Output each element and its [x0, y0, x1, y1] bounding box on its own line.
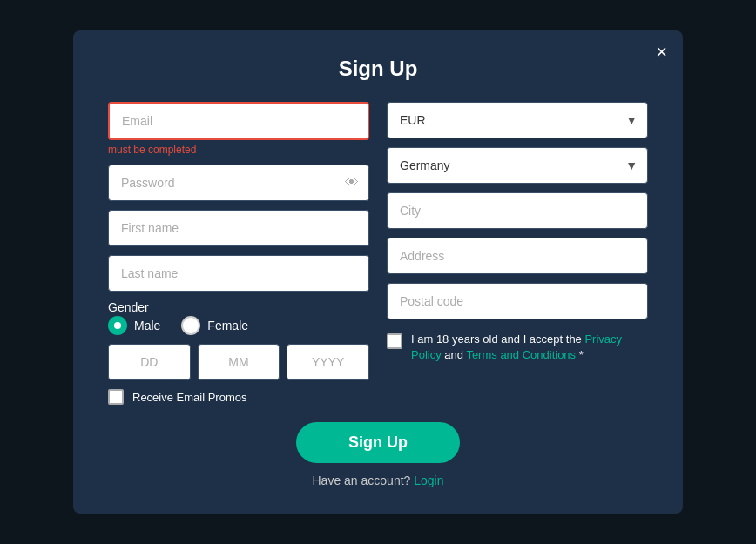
- eye-icon[interactable]: 👁: [345, 175, 359, 191]
- accept-checkbox[interactable]: [387, 333, 402, 349]
- currency-select[interactable]: EUR USD GBP: [387, 102, 648, 138]
- col-right: EUR USD GBP ▼ Germany Austria Switzerlan…: [387, 102, 648, 405]
- signup-modal: Sign Up × must be completed 👁 Gender: [73, 30, 683, 514]
- city-input[interactable]: [387, 192, 648, 229]
- dob-yyyy-input[interactable]: [287, 344, 369, 380]
- accept-text: I am 18 years old and I accept the Priva…: [411, 332, 648, 363]
- country-select[interactable]: Germany Austria Switzerland: [387, 147, 648, 184]
- have-account-text: Have an account?: [312, 473, 410, 487]
- col-left: must be completed 👁 Gender Male: [108, 102, 369, 405]
- gender-label: Gender: [108, 300, 369, 314]
- email-promo-checkbox[interactable]: [108, 389, 124, 405]
- radio-male[interactable]: [108, 316, 127, 335]
- close-button[interactable]: ×: [656, 43, 667, 62]
- currency-select-wrapper: EUR USD GBP ▼: [387, 102, 648, 138]
- address-input[interactable]: [387, 238, 648, 274]
- modal-overlay: Sign Up × must be completed 👁 Gender: [0, 0, 756, 544]
- dob-mm-input[interactable]: [198, 344, 280, 380]
- accept-row: I am 18 years old and I accept the Priva…: [387, 332, 648, 363]
- form-body: must be completed 👁 Gender Male: [108, 102, 648, 405]
- lastname-input[interactable]: [108, 255, 369, 292]
- email-promo-row: Receive Email Promos: [108, 389, 369, 405]
- firstname-input[interactable]: [108, 210, 369, 246]
- terms-link[interactable]: Terms and Conditions: [466, 348, 576, 361]
- password-wrapper: 👁: [108, 165, 369, 201]
- radio-female[interactable]: [181, 316, 200, 335]
- form-footer: Sign Up Have an account? Login: [108, 422, 648, 487]
- female-label: Female: [207, 319, 248, 332]
- gender-section: Gender Male Female: [108, 300, 369, 335]
- accept-star: *: [576, 348, 584, 361]
- password-input[interactable]: [108, 165, 369, 201]
- gender-female-option[interactable]: Female: [181, 316, 248, 335]
- dob-dd-input[interactable]: [108, 344, 191, 380]
- modal-title: Sign Up: [108, 57, 648, 81]
- email-input[interactable]: [108, 102, 369, 140]
- have-account-section: Have an account? Login: [108, 473, 648, 487]
- signup-button[interactable]: Sign Up: [296, 422, 460, 463]
- postal-input[interactable]: [387, 283, 648, 319]
- gender-row: Male Female: [108, 316, 369, 335]
- email-promo-label: Receive Email Promos: [132, 391, 247, 404]
- accept-text-pre: I am 18 years old and I accept the: [411, 332, 584, 346]
- email-error-msg: must be completed: [108, 144, 369, 156]
- dob-row: [108, 344, 369, 380]
- gender-male-option[interactable]: Male: [108, 316, 160, 335]
- accept-and: and: [442, 348, 467, 361]
- login-link[interactable]: Login: [414, 473, 443, 487]
- country-select-wrapper: Germany Austria Switzerland ▼: [387, 147, 648, 184]
- male-label: Male: [134, 319, 160, 332]
